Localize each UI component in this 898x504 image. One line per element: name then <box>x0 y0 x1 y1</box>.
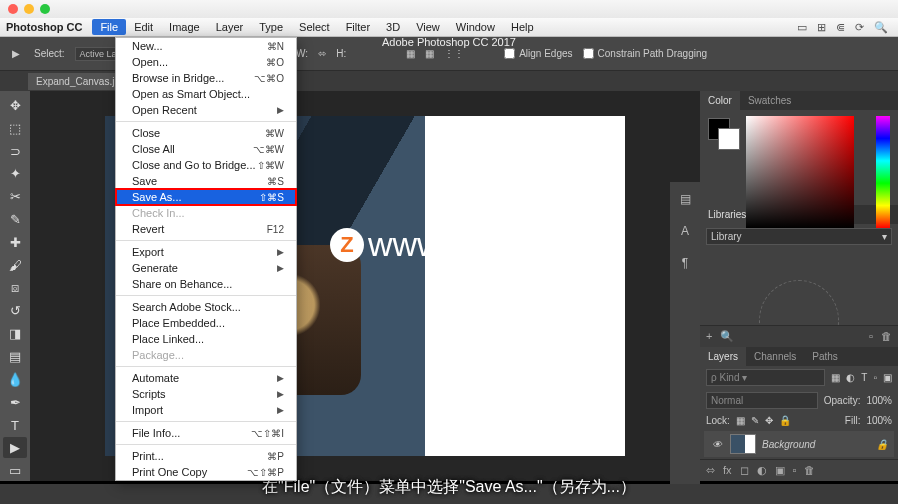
opacity-value[interactable]: 100% <box>866 395 892 406</box>
new-layer-icon[interactable]: ▫ <box>793 464 797 477</box>
filter-smart-icon[interactable]: ▣ <box>883 372 892 383</box>
align-edges-checkbox[interactable]: Align Edges <box>504 48 572 59</box>
heal-tool-icon[interactable]: ✚ <box>3 232 27 253</box>
menuitem-export[interactable]: Export▶ <box>116 244 296 260</box>
wand-tool-icon[interactable]: ✦ <box>3 163 27 184</box>
menuitem-revert[interactable]: RevertF12 <box>116 221 296 237</box>
menuitem-print-one-copy[interactable]: Print One Copy⌥⇧⌘P <box>116 464 296 480</box>
menu-layer[interactable]: Layer <box>208 19 252 35</box>
visibility-icon[interactable]: 👁 <box>710 439 724 450</box>
eyedropper-tool-icon[interactable]: ✎ <box>3 209 27 230</box>
align-center-icon[interactable]: ▦ <box>425 48 434 59</box>
trash-icon[interactable]: 🗑 <box>804 464 815 477</box>
menuitem-close-and-go-to-bridge[interactable]: Close and Go to Bridge...⇧⌘W <box>116 157 296 173</box>
move-tool-icon[interactable]: ✥ <box>3 95 27 116</box>
mask-icon[interactable]: ◻ <box>740 464 749 477</box>
lasso-tool-icon[interactable]: ⊃ <box>3 141 27 162</box>
tab-layers[interactable]: Layers <box>700 347 746 366</box>
window-zoom-icon[interactable] <box>40 4 50 14</box>
sync-icon[interactable]: ⟳ <box>855 21 864 34</box>
menuitem-browse-in-bridge[interactable]: Browse in Bridge...⌥⌘O <box>116 70 296 86</box>
tab-channels[interactable]: Channels <box>746 347 804 366</box>
para-panel-icon[interactable]: ¶ <box>676 254 694 272</box>
menuitem-open-recent[interactable]: Open Recent▶ <box>116 102 296 118</box>
history-brush-icon[interactable]: ↺ <box>3 300 27 321</box>
background-swatch[interactable] <box>718 128 740 150</box>
layer-name[interactable]: Background <box>762 439 815 450</box>
menuitem-close-all[interactable]: Close All⌥⌘W <box>116 141 296 157</box>
menuitem-open-as-smart-object[interactable]: Open as Smart Object... <box>116 86 296 102</box>
menuitem-close[interactable]: Close⌘W <box>116 125 296 141</box>
blur-tool-icon[interactable]: 💧 <box>3 369 27 390</box>
fx-icon[interactable]: fx <box>723 464 732 477</box>
crop-tool-icon[interactable]: ✂ <box>3 186 27 207</box>
filter-shape-icon[interactable]: ▫ <box>873 372 877 383</box>
menu-edit[interactable]: Edit <box>126 19 161 35</box>
menu-file[interactable]: File <box>92 19 126 35</box>
eraser-tool-icon[interactable]: ◨ <box>3 323 27 344</box>
filter-type-icon[interactable]: T <box>861 372 867 383</box>
group-icon[interactable]: ▣ <box>775 464 785 477</box>
history-panel-icon[interactable]: ▤ <box>676 190 694 208</box>
lock-pixel-icon[interactable]: ✎ <box>751 415 759 426</box>
window-minimize-icon[interactable] <box>24 4 34 14</box>
menu-type[interactable]: Type <box>251 19 291 35</box>
fill-value[interactable]: 100% <box>866 415 892 426</box>
tab-paths[interactable]: Paths <box>804 347 846 366</box>
layer-filter[interactable]: ρ Kind ▾ <box>706 369 825 386</box>
brush-tool-icon[interactable]: 🖌 <box>3 255 27 276</box>
menuitem-automate[interactable]: Automate▶ <box>116 370 296 386</box>
lock-pos-icon[interactable]: ✥ <box>765 415 773 426</box>
char-panel-icon[interactable]: A <box>676 222 694 240</box>
menu-help[interactable]: Help <box>503 19 542 35</box>
menu-filter[interactable]: Filter <box>338 19 378 35</box>
menuitem-save[interactable]: Save⌘S <box>116 173 296 189</box>
path-select-tool-icon[interactable]: ▶ <box>8 46 24 62</box>
layer-row-background[interactable]: 👁 Background 🔒 <box>704 431 894 457</box>
menuitem-share-on-behance[interactable]: Share on Behance... <box>116 276 296 292</box>
menuitem-place-embedded[interactable]: Place Embedded... <box>116 315 296 331</box>
constrain-drag-checkbox[interactable]: Constrain Path Dragging <box>583 48 708 59</box>
distribute-icon[interactable]: ⋮⋮ <box>444 48 464 59</box>
menuitem-search-adobe-stock[interactable]: Search Adobe Stock... <box>116 299 296 315</box>
link-layers-icon[interactable]: ⬄ <box>706 464 715 477</box>
menu-3d[interactable]: 3D <box>378 19 408 35</box>
type-tool-icon[interactable]: T <box>3 415 27 436</box>
menuitem-new[interactable]: New...⌘N <box>116 38 296 54</box>
window-close-icon[interactable] <box>8 4 18 14</box>
arrange-icon[interactable]: ⊞ <box>817 21 826 34</box>
new-lib-icon[interactable]: ▫ <box>869 330 873 343</box>
align-left-icon[interactable]: ▦ <box>406 48 415 59</box>
menu-window[interactable]: Window <box>448 19 503 35</box>
lock-all-icon[interactable]: 🔒 <box>779 415 791 426</box>
link-icon[interactable]: ⬄ <box>318 48 326 59</box>
stamp-tool-icon[interactable]: ⧇ <box>3 278 27 299</box>
layer-thumbnail[interactable] <box>730 434 756 454</box>
pen-tool-icon[interactable]: ✒ <box>3 392 27 413</box>
add-icon[interactable]: + <box>706 330 712 343</box>
fill-adj-icon[interactable]: ◐ <box>757 464 767 477</box>
library-selector[interactable]: Library▾ <box>706 228 892 245</box>
menu-image[interactable]: Image <box>161 19 208 35</box>
search-lib-icon[interactable]: 🔍 <box>720 330 734 343</box>
menuitem-save-as[interactable]: Save As...⇧⌘S <box>116 189 296 205</box>
menuitem-file-info[interactable]: File Info...⌥⇧⌘I <box>116 425 296 441</box>
screen-icon[interactable]: ▭ <box>797 21 807 34</box>
marquee-tool-icon[interactable]: ⬚ <box>3 118 27 139</box>
menuitem-generate[interactable]: Generate▶ <box>116 260 296 276</box>
menuitem-import[interactable]: Import▶ <box>116 402 296 418</box>
menuitem-place-linked[interactable]: Place Linked... <box>116 331 296 347</box>
blend-mode-select[interactable]: Normal <box>706 392 818 409</box>
menuitem-open[interactable]: Open...⌘O <box>116 54 296 70</box>
menuitem-print[interactable]: Print...⌘P <box>116 448 296 464</box>
trash-lib-icon[interactable]: 🗑 <box>881 330 892 343</box>
menu-select[interactable]: Select <box>291 19 338 35</box>
menuitem-scripts[interactable]: Scripts▶ <box>116 386 296 402</box>
hue-slider[interactable] <box>876 116 890 228</box>
filter-pixel-icon[interactable]: ▦ <box>831 372 840 383</box>
path-select-tool-icon[interactable]: ▶ <box>3 437 27 458</box>
lock-icon[interactable]: 🔒 <box>876 439 888 450</box>
tab-swatches[interactable]: Swatches <box>740 91 799 110</box>
tab-color[interactable]: Color <box>700 91 740 110</box>
color-field[interactable] <box>746 116 854 228</box>
